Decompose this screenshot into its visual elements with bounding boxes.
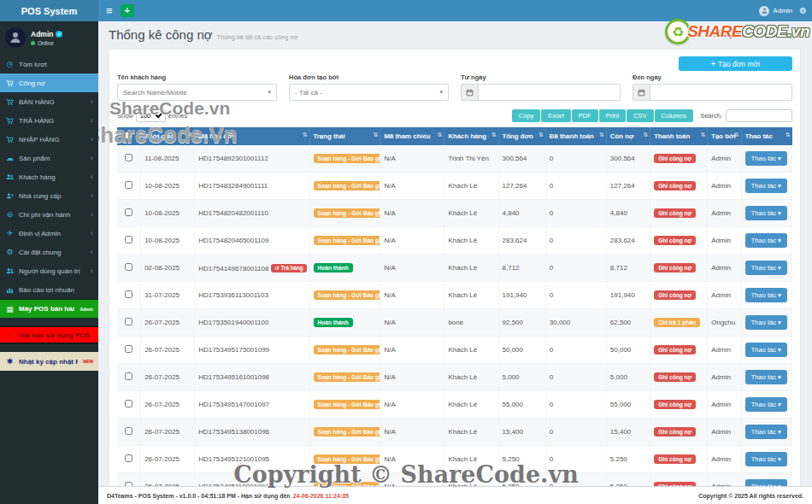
row-checkbox[interactable] [125, 427, 132, 435]
row-actions-button[interactable]: Thao tác ▾ [745, 151, 787, 166]
sidebar-item-label: Máy POS bán hàng [19, 305, 74, 313]
date-input[interactable] [650, 85, 791, 100]
cart-icon [5, 136, 15, 144]
row-checkbox[interactable] [125, 290, 132, 298]
chevron-left-icon: ‹ [91, 97, 93, 106]
export-columns-button[interactable]: Columns [655, 109, 694, 122]
sidebar-item-chi-ph-v-n-h-nh[interactable]: ⊖Chi phí vận hành‹ [0, 205, 98, 224]
chevron-down-icon: ▾ [268, 89, 271, 96]
gear-icon[interactable]: ⚙ [799, 6, 807, 15]
column-header-created_by[interactable]: Tạo bởi⇅ [708, 127, 741, 145]
filter-select[interactable]: Search Name/Mobile▾ [117, 84, 277, 101]
row-actions-button[interactable]: Thao tác ▾ [745, 343, 787, 357]
export-excel-button[interactable]: Excel [541, 109, 570, 122]
breadcrumb-home[interactable]: ⌂ Trang chủ [712, 32, 744, 38]
header-select-all[interactable] [117, 127, 141, 145]
row-actions-button[interactable]: Thao tác ▾ [745, 370, 787, 384]
row-checkbox[interactable] [125, 154, 132, 161]
column-header-payment[interactable]: Thanh toán⇅ [650, 127, 708, 145]
row-actions-button[interactable]: Thao tác ▾ [745, 233, 787, 248]
row-checkbox[interactable] [125, 400, 132, 407]
status-badge: Soạn hàng - Gửi Báo giá [314, 208, 380, 218]
select-all-checkbox[interactable] [125, 132, 132, 139]
sidebar-item--nh-v-admin[interactable]: ✈Định vị Admin‹ [0, 224, 98, 243]
column-header-ref[interactable]: Mã tham chiếu⇅ [380, 127, 444, 145]
cell-debt: 15,400 [606, 419, 650, 446]
row-checkbox[interactable] [125, 208, 132, 216]
cell-created-by: Admin [708, 145, 741, 173]
row-checkbox[interactable] [125, 181, 132, 189]
column-header-label: Thanh toán [654, 132, 690, 140]
sidebar-item-label: Gia hạn sử dụng POS [19, 331, 93, 339]
column-header-status[interactable]: Trạng thái⇅ [309, 127, 380, 145]
payment-badge: Chỉ trả 1 phần [654, 318, 700, 327]
filter-label: Tên khách hàng [117, 73, 277, 81]
page-size-select[interactable]: 100 [136, 109, 166, 122]
table-row: 11-08-2025HD1754892301001112Soạn hàng - … [117, 145, 792, 173]
sidebar-toggle-icon[interactable]: ≡ [103, 4, 115, 17]
row-actions-button[interactable]: Thao tác ▾ [745, 261, 787, 275]
topbar-user-menu[interactable]: Admin [759, 6, 792, 16]
sidebar-item-c-i-t-chung[interactable]: ⚙Cài đặt chung‹ [0, 243, 98, 261]
sidebar-item-nh-t-k-c-p-nh-t-pos[interactable]: ✱Nhật ký cập nhật POSNEW [0, 352, 98, 371]
cell-invoice: HD1754832849001111 [195, 173, 309, 200]
row-checkbox[interactable] [125, 345, 132, 353]
footer-expiry-date: 24-06-2026 11:24:35 [293, 493, 349, 499]
cell-checkbox [117, 337, 141, 364]
export-pdf-button[interactable]: PDF [572, 109, 598, 122]
row-checkbox[interactable] [125, 263, 132, 271]
export-print-button[interactable]: Print [599, 109, 626, 122]
sidebar-item-b-n-h-ng[interactable]: BÁN HÀNG‹ [0, 92, 98, 111]
sidebar: POS System Admin✔ Online ◷Tóm lượtCông n… [0, 0, 98, 504]
sidebar-item-gia-h-n-s-d-ng-pos[interactable]: ◔Gia hạn sử dụng POS [0, 325, 98, 344]
column-header-debt[interactable]: Còn nợ⇅ [606, 127, 650, 145]
column-header-invoice[interactable]: Mã hóa đơn⇅ [195, 127, 309, 145]
row-checkbox[interactable] [125, 372, 132, 380]
status-badge: Soạn hàng - Gửi Báo giá [314, 181, 380, 190]
calendar-icon[interactable] [633, 85, 650, 100]
column-header-action[interactable]: Thao tác⇅ [741, 127, 791, 145]
row-checkbox[interactable] [125, 454, 132, 462]
row-actions-button[interactable]: Thao tác ▾ [745, 288, 787, 302]
sidebar-item-m-y-pos-b-n-h-ng[interactable]: ▦Máy POS bán hàngAdmin [0, 299, 98, 318]
cell-ref: N/A [380, 145, 444, 173]
row-actions-button[interactable]: Thao tác ▾ [745, 479, 787, 486]
sidebar-item-b-o-c-o-l-i-nhu-n[interactable]: Báo cáo lợi nhuận [0, 280, 98, 299]
calendar-icon[interactable] [462, 85, 479, 100]
cell-debt: 127,264 [606, 173, 650, 200]
row-actions-button[interactable]: Thao tác ▾ [745, 315, 787, 330]
sidebar-item-tr-h-ng[interactable]: TRẢ HÀNG‹ [0, 111, 98, 130]
table-search-input[interactable] [726, 109, 792, 122]
table-row: 10-08-2025HD1754832849001111Soạn hàng - … [117, 173, 792, 200]
column-header-total[interactable]: Tổng đơn⇅ [498, 127, 545, 145]
sidebar-item-t-m-l-t[interactable]: ◷Tóm lượt [0, 55, 98, 73]
sidebar-item-nh-p-h-ng[interactable]: NHẬP HÀNG‹ [0, 130, 98, 149]
column-header-time[interactable]: Thời gian⇅ [141, 127, 195, 145]
create-order-button[interactable]: +Tạo đơn mới [679, 56, 792, 71]
sidebar-user-name: Admin [31, 30, 53, 38]
cell-payment: Ghi công nợ [650, 255, 708, 282]
row-actions-button[interactable]: Thao tác ▾ [745, 397, 787, 412]
column-header-paid[interactable]: Đã thanh toán⇅ [545, 127, 606, 145]
row-checkbox[interactable] [125, 236, 132, 243]
export-copy-button[interactable]: Copy [512, 109, 541, 122]
row-actions-button[interactable]: Thao tác ▾ [745, 452, 787, 466]
cell-created-by: Ongchu [708, 309, 741, 337]
row-actions-button[interactable]: Thao tác ▾ [745, 206, 787, 220]
status-badge: Hoàn thành [314, 318, 353, 327]
filter-select[interactable]: - Tất cả -▾ [289, 84, 449, 101]
sidebar-item-s-n-ph-m[interactable]: ☁Sản phẩm‹ [0, 149, 98, 167]
quick-add-button[interactable]: + [121, 4, 134, 17]
cell-payment: Ghi công nợ [650, 200, 708, 227]
row-actions-button[interactable]: Thao tác ▾ [745, 179, 787, 193]
sidebar-item-kh-ch-h-ng[interactable]: Khách hàng‹ [0, 167, 98, 186]
column-header-customer[interactable]: Khách hàng⇅ [444, 127, 498, 145]
row-checkbox[interactable] [125, 318, 132, 325]
sidebar-item-c-ng-n-[interactable]: Công nợ [0, 73, 98, 92]
date-input[interactable] [479, 85, 620, 100]
sidebar-item-ng-i-d-ng-qu-n-tr-[interactable]: Người dùng quản trị‹ [0, 261, 98, 280]
row-actions-button[interactable]: Thao tác ▾ [745, 425, 787, 439]
cell-payment: Ghi công nợ [650, 391, 708, 419]
export-csv-button[interactable]: CSV [627, 109, 653, 122]
sidebar-item-nh-cung-c-p[interactable]: Nhà cung cấp‹ [0, 186, 98, 205]
